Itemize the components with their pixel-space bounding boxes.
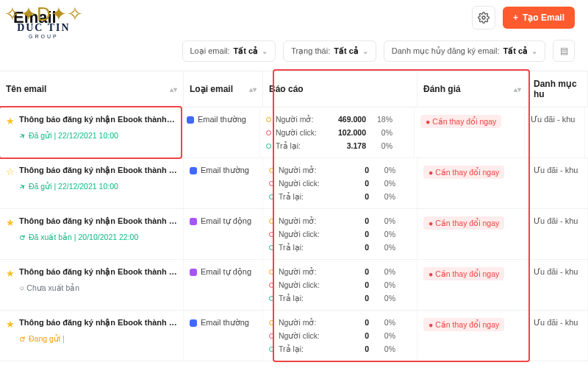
rating-badge: ● Cần thay đổi ngay	[423, 166, 504, 179]
report-block: Người mở:00% Người click:00% Trả lại:00%	[269, 166, 411, 201]
category-text: Ưu đãi - khu	[534, 318, 578, 327]
brand-logo: ✧✦D✦✧ DUC TIN GROUP	[4, 4, 83, 39]
type-color-icon	[190, 167, 197, 174]
columns-icon: ▤	[560, 46, 568, 56]
report-block: Người mở:00% Người click:00% Trả lại:00%	[269, 267, 411, 302]
col-report-header: Báo cáo	[263, 71, 417, 107]
status-line: ⟳ Đang gửi |	[19, 334, 177, 343]
star-icon[interactable]: ☆	[6, 166, 15, 177]
type-color-icon	[187, 116, 194, 124]
email-name: Thông báo đăng ký nhận Ebook thành c...	[19, 115, 175, 124]
email-type: Email thường	[187, 115, 254, 124]
filter-email-type[interactable]: Loại email: Tất cả ⌄	[182, 40, 276, 62]
type-color-icon	[190, 269, 197, 276]
dot-icon	[269, 219, 274, 224]
status-icon: ✈	[18, 181, 28, 192]
rating-badge: ● Cần thay đổi ngay	[423, 318, 504, 331]
category-text: Ưu đãi - khu	[534, 267, 578, 276]
status-icon: ○	[17, 283, 25, 293]
chevron-down-icon: ⌄	[362, 47, 368, 55]
dot-icon	[269, 296, 274, 301]
svg-point-0	[482, 16, 485, 19]
col-rating-header[interactable]: Đánh giá▴▾	[417, 71, 528, 107]
sort-icon: ▴▾	[249, 88, 257, 91]
sort-icon: ▴▾	[170, 88, 177, 91]
rating-badge: ● Cần thay đổi ngay	[423, 216, 504, 230]
table-row[interactable]: ★ Thông báo đăng ký nhận Ebook thành c..…	[0, 260, 588, 311]
filter-status[interactable]: Trạng thái: Tất cả ⌄	[283, 40, 376, 62]
table-row[interactable]: ★ Thông báo đăng ký nhận Ebook thành c..…	[0, 311, 588, 361]
col-type-header[interactable]: Loại email▴▾	[184, 71, 263, 107]
email-table: Tên email▴▾ Loại email▴▾ Báo cáo Đánh gi…	[0, 71, 588, 361]
export-button[interactable]: ▤	[553, 40, 575, 62]
table-row[interactable]: ☆ Thông báo đăng ký nhận Ebook thành c..…	[0, 158, 588, 209]
sort-icon: ▴▾	[514, 88, 521, 91]
report-block: Người mở:00% Người click:00% Trả lại:00%	[269, 216, 411, 252]
category-text: Ưu đãi - khu	[534, 216, 578, 225]
dot-icon	[269, 181, 274, 186]
settings-button[interactable]	[472, 6, 495, 29]
email-type: Email thường	[190, 166, 257, 175]
email-name: Thông báo đăng ký nhận Ebook thành c...	[19, 318, 177, 328]
chevron-down-icon: ⌄	[262, 47, 268, 55]
email-type: Email tự động	[190, 267, 257, 277]
status-line: ✈ Đã gửi | 22/12/2021 10:00	[19, 131, 175, 140]
gear-icon	[478, 12, 490, 24]
star-icon[interactable]: ★	[6, 217, 15, 228]
email-type: Email thường	[190, 318, 257, 328]
status-icon: ⟳	[18, 232, 28, 243]
status-line: ○ Chưa xuất bản	[19, 283, 177, 292]
email-name: Thông báo đăng ký nhận Ebook thành c...	[19, 216, 177, 226]
dot-icon	[269, 194, 274, 199]
status-icon: ⟳	[18, 333, 28, 344]
dot-icon	[266, 130, 271, 135]
report-block: Người mở:469.00018% Người click:102.0000…	[266, 115, 408, 150]
category-text: Ưu đãi - khu	[534, 166, 578, 174]
status-line: ⟳ Đã xuất bản | 20/10/2021 22:00	[19, 233, 177, 241]
table-row[interactable]: ★ Thông báo đăng ký nhận Ebook thành c..…	[0, 107, 588, 158]
filter-unsub-category[interactable]: Danh mục hủy đăng ký email: Tất cả ⌄	[384, 40, 545, 62]
type-color-icon	[190, 319, 197, 327]
dot-icon	[269, 245, 274, 250]
email-name: Thông báo đăng ký nhận Ebook thành c...	[19, 166, 177, 175]
dot-icon	[266, 144, 271, 149]
star-icon[interactable]: ★	[6, 319, 15, 330]
dot-icon	[269, 283, 274, 288]
dot-icon	[269, 320, 274, 325]
dot-icon	[269, 347, 274, 352]
status-icon: ✈	[18, 130, 28, 141]
email-type: Email tự động	[190, 216, 257, 226]
rating-badge: ● Cần thay đổi ngay	[423, 267, 504, 280]
status-line: ✈ Đã gửi | 22/12/2021 10:00	[19, 182, 177, 191]
plus-icon: +	[513, 13, 518, 23]
rating-badge: ● Cần thay đổi ngay	[420, 115, 501, 128]
dot-icon	[269, 232, 274, 237]
col-category-header: Danh mục hu	[528, 71, 588, 107]
star-icon[interactable]: ★	[6, 116, 15, 127]
chevron-down-icon: ⌄	[531, 47, 537, 55]
category-text: Ưu đãi - khu	[531, 115, 575, 124]
type-color-icon	[190, 218, 197, 225]
dot-icon	[269, 269, 274, 275]
star-icon[interactable]: ★	[6, 268, 15, 279]
dot-icon	[269, 333, 274, 339]
col-name-header[interactable]: Tên email▴▾	[0, 71, 184, 107]
dot-icon	[266, 117, 271, 122]
report-block: Người mở:00% Người click:00% Trả lại:00%	[269, 318, 411, 353]
create-email-button[interactable]: + Tạo Email	[503, 7, 575, 29]
dot-icon	[269, 168, 274, 173]
table-row[interactable]: ★ Thông báo đăng ký nhận Ebook thành c..…	[0, 209, 588, 260]
email-name: Thông báo đăng ký nhận Ebook thành c...	[19, 267, 177, 277]
